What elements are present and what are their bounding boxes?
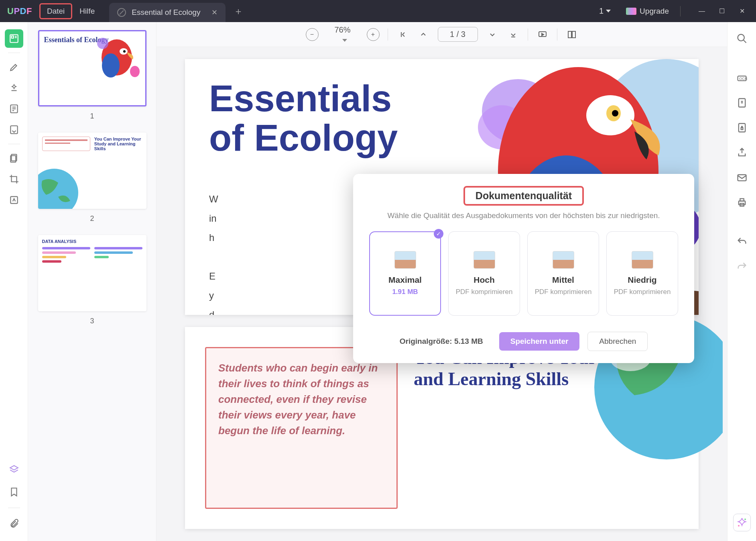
check-icon: ✓	[434, 229, 443, 239]
redo-button[interactable]	[733, 257, 751, 276]
cancel-button[interactable]: Abbrechen	[587, 332, 648, 351]
tab-add-button[interactable]: ＋	[234, 5, 243, 18]
window-maximize-button[interactable]: ☐	[712, 3, 732, 19]
save-as-button[interactable]: Speichern unter	[499, 332, 580, 351]
thumbnail-1[interactable]: Essentials of Ecology 1	[28, 30, 156, 120]
left-toolbar	[0, 22, 28, 541]
svg-point-16	[97, 38, 108, 49]
svg-rect-50	[740, 199, 744, 201]
zoom-out-button[interactable]: −	[306, 28, 319, 41]
quality-option-hoch[interactable]: Hoch PDF komprimieren	[448, 231, 520, 316]
svg-rect-11	[10, 196, 17, 203]
svg-rect-22	[568, 31, 571, 38]
quality-option-maximal[interactable]: ✓ Maximal 1.91 MB	[369, 231, 441, 316]
next-page-button[interactable]	[486, 28, 499, 41]
svg-rect-1	[11, 36, 13, 38]
svg-rect-48	[738, 175, 746, 181]
window-minimize-button[interactable]: —	[692, 3, 712, 19]
menu-bar: Datei Hilfe	[39, 3, 102, 19]
earth-icon	[38, 165, 86, 209]
preview-icon	[394, 251, 416, 269]
tool-annotate[interactable]	[5, 120, 23, 139]
svg-point-52	[744, 519, 746, 520]
tool-crop[interactable]	[5, 170, 23, 188]
first-page-button[interactable]	[396, 28, 409, 41]
document-tab[interactable]: Essential of Ecology ✕	[109, 3, 226, 22]
thumbnail-3[interactable]: DATA ANALYSIS	[28, 235, 156, 325]
email-button[interactable]	[733, 168, 751, 187]
titlebar: UPDF Datei Hilfe Essential of Ecology ✕ …	[0, 0, 756, 22]
tool-edit[interactable]	[5, 79, 23, 97]
parrot-icon	[95, 35, 143, 84]
thumbnail-2[interactable]: You Can Improve Your Study and Learning …	[28, 133, 156, 223]
compress-button[interactable]	[733, 94, 751, 112]
print-button[interactable]	[733, 193, 751, 212]
quote-box: Students who can begin early in their li…	[205, 347, 398, 509]
tool-pages[interactable]	[5, 149, 23, 167]
right-toolbar: OCR	[727, 22, 756, 541]
quality-option-mittel[interactable]: Mittel PDF komprimieren	[527, 231, 599, 316]
chevron-down-icon	[342, 39, 347, 42]
tool-layers[interactable]	[5, 460, 23, 479]
svg-rect-47	[741, 128, 743, 130]
document-area: − 76% + 1 / 3 E	[156, 22, 727, 541]
presentation-button[interactable]	[536, 28, 549, 41]
menu-file[interactable]: Datei	[39, 3, 72, 19]
dialog-subtitle: Wähle die Qualität des Ausgabedokuments …	[369, 211, 678, 220]
upgrade-button[interactable]: Upgrade	[620, 4, 675, 18]
app-window: UPDF Datei Hilfe Essential of Ecology ✕ …	[0, 0, 756, 541]
zoom-in-button[interactable]: +	[367, 28, 380, 41]
svg-text:OCR: OCR	[739, 77, 748, 81]
quality-option-niedrig[interactable]: Niedrig PDF komprimieren	[606, 231, 678, 316]
search-button[interactable]	[733, 29, 751, 48]
chevron-down-icon	[606, 10, 611, 12]
share-button[interactable]	[733, 143, 751, 162]
tool-document[interactable]	[5, 100, 23, 118]
tool-highlight[interactable]	[5, 58, 23, 76]
undo-button[interactable]	[733, 233, 751, 251]
preview-icon	[632, 251, 653, 269]
document-toolbar: − 76% + 1 / 3	[156, 22, 727, 47]
dialog-title: Dokumentenqualität	[463, 186, 584, 206]
tool-bookmark[interactable]	[5, 483, 23, 501]
window-count[interactable]: 1	[595, 5, 615, 17]
window-close-button[interactable]: ✕	[732, 3, 752, 19]
svg-point-32	[612, 110, 618, 116]
tool-attachment[interactable]	[5, 514, 23, 533]
preview-icon	[553, 251, 574, 269]
svg-point-41	[738, 35, 744, 41]
zoom-level[interactable]: 76%	[327, 25, 359, 44]
ocr-button[interactable]: OCR	[733, 69, 751, 87]
svg-point-14	[123, 50, 126, 53]
last-page-button[interactable]	[507, 28, 520, 41]
tab-label: Essential of Ecology	[132, 8, 200, 17]
prev-page-button[interactable]	[417, 28, 430, 41]
quality-dialog: Dokumentenqualität Wähle die Qualität de…	[353, 174, 694, 363]
tool-thumbnails[interactable]	[5, 29, 23, 48]
svg-point-53	[738, 525, 740, 527]
main-area: Essentials of Ecology 1	[0, 22, 756, 541]
upgrade-icon	[626, 8, 636, 15]
svg-point-15	[102, 53, 120, 78]
tab-doc-icon	[117, 8, 126, 17]
preview-icon	[474, 251, 495, 269]
protect-button[interactable]	[733, 118, 751, 137]
svg-rect-23	[572, 31, 575, 38]
app-logo: UPDF	[0, 6, 39, 16]
original-size-label: Originalgröße: 5.13 MB	[400, 337, 483, 346]
tool-ocr[interactable]	[5, 191, 23, 209]
tab-close-button[interactable]: ✕	[211, 8, 217, 17]
menu-help[interactable]: Hilfe	[72, 4, 102, 19]
svg-line-42	[743, 40, 746, 43]
view-mode-button[interactable]	[565, 28, 578, 41]
ai-assistant-button[interactable]	[733, 514, 751, 531]
thumbnail-panel: Essentials of Ecology 1	[28, 22, 156, 541]
page-indicator[interactable]: 1 / 3	[438, 27, 478, 42]
svg-point-17	[130, 66, 140, 77]
